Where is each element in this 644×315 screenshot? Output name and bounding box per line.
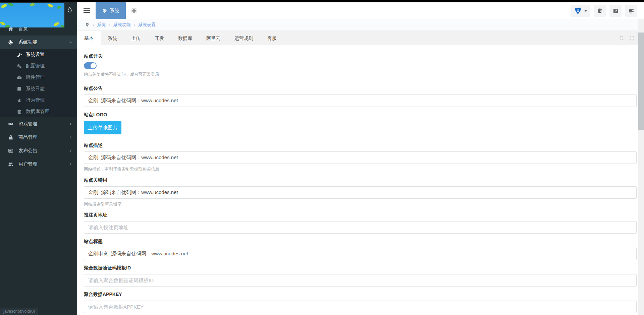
open-window-icon bbox=[613, 8, 619, 14]
location-pin-icon bbox=[85, 22, 90, 27]
tab-upload[interactable]: 上传 bbox=[124, 31, 148, 46]
site-keywords-input[interactable] bbox=[84, 186, 637, 199]
topbar-tab-system[interactable]: 系统 bbox=[96, 2, 126, 19]
sidebar-menu: 首页 系统功能 系统设置 配置管理 附件管理 系统日志 bbox=[0, 22, 77, 171]
submenu-item-system-logs[interactable]: 系统日志 bbox=[0, 83, 77, 94]
database-icon bbox=[17, 109, 22, 114]
breadcrumb-link-system-functions[interactable]: 系统功能 bbox=[113, 22, 131, 28]
submenu-item-label: 数据库管理 bbox=[26, 109, 49, 115]
submenu-item-config[interactable]: 配置管理 bbox=[0, 60, 77, 72]
tab-operation-rules[interactable]: 运营规则 bbox=[227, 31, 260, 46]
open-window-button[interactable] bbox=[609, 5, 622, 17]
tab-database[interactable]: 数据库 bbox=[171, 31, 199, 46]
tab-system[interactable]: 系统 bbox=[101, 31, 124, 46]
newspaper-icon bbox=[8, 148, 13, 153]
sidebar-item-label: 商品管理 bbox=[18, 134, 37, 140]
field-site-notice: 站点公告 bbox=[84, 85, 637, 107]
field-juhe-appkey: 聚合数据APPKEY bbox=[84, 292, 637, 313]
site-description-input[interactable] bbox=[84, 151, 637, 164]
sidebar-item-announcements[interactable]: 发布公告 bbox=[0, 144, 77, 158]
breadcrumb-separator: › bbox=[134, 22, 135, 27]
chevron-left-icon bbox=[68, 135, 73, 140]
topbar-tab-label: 系统 bbox=[110, 8, 119, 14]
bet-page-url-input[interactable] bbox=[84, 221, 637, 234]
user-menu-button[interactable]: U bbox=[571, 5, 590, 17]
breadcrumb-separator: › bbox=[93, 22, 94, 27]
trash-button[interactable] bbox=[594, 5, 606, 17]
site-notice-input[interactable] bbox=[84, 94, 637, 107]
shopping-bag-icon bbox=[8, 135, 13, 140]
tab-customer-service[interactable]: 客服 bbox=[260, 31, 284, 46]
field-label: 聚合数据验证码模板ID bbox=[84, 265, 637, 271]
field-site-switch: 站点开关 站点关闭后将不能访问，后台可正常登录 bbox=[84, 53, 637, 77]
submenu-item-label: 行为管理 bbox=[26, 97, 45, 103]
submenu-item-label: 系统日志 bbox=[26, 86, 45, 92]
field-label: 站点公告 bbox=[84, 85, 637, 91]
submenu-item-system-settings[interactable]: 系统设置 bbox=[0, 49, 77, 60]
upload-image-button[interactable]: 上传单张图片 bbox=[84, 121, 121, 134]
field-label: 站点关键词 bbox=[84, 177, 637, 183]
grid-icon[interactable] bbox=[131, 8, 137, 14]
submenu-item-attachments[interactable]: 附件管理 bbox=[0, 72, 77, 83]
field-bet-page-url: 投注页地址 bbox=[84, 212, 637, 234]
sidebar: 首页 系统功能 系统设置 配置管理 附件管理 系统日志 bbox=[0, 2, 77, 315]
juhe-template-id-input[interactable] bbox=[84, 274, 637, 287]
scrollbar-thumb[interactable] bbox=[638, 33, 644, 130]
site-logo-banner bbox=[0, 3, 64, 27]
submenu-item-behavior[interactable]: 行为管理 bbox=[0, 94, 77, 106]
chevron-down-icon bbox=[68, 40, 73, 45]
field-label: 投注页地址 bbox=[84, 212, 637, 218]
trash-icon bbox=[597, 8, 603, 14]
sidebar-item-games[interactable]: 游戏管理 bbox=[0, 117, 77, 131]
tab-develop[interactable]: 开发 bbox=[148, 31, 171, 46]
field-site-keywords: 站点关键词 网站搜索引擎关键字 bbox=[84, 177, 637, 207]
field-help: 网站搜索引擎关键字 bbox=[84, 201, 637, 207]
sidebar-item-users[interactable]: 用户管理 bbox=[0, 158, 77, 171]
breadcrumb-separator: › bbox=[109, 22, 110, 27]
nav-list-button[interactable] bbox=[625, 5, 637, 17]
field-help: 网站描述，有利于搜索引擎抓取相关信息 bbox=[84, 167, 637, 172]
book-icon bbox=[17, 86, 22, 91]
submenu-item-label: 系统设置 bbox=[26, 52, 45, 58]
field-juhe-template-id: 聚合数据验证码模板ID bbox=[84, 265, 637, 287]
chevron-left-icon bbox=[68, 162, 73, 167]
tab-basic[interactable]: 基本 bbox=[77, 31, 101, 46]
field-label: 聚合数据APPKEY bbox=[84, 292, 637, 298]
site-title-input[interactable] bbox=[84, 248, 637, 260]
tab-aliyun[interactable]: 阿里云 bbox=[199, 31, 227, 46]
cloud-upload-icon bbox=[17, 75, 22, 80]
hamburger-icon[interactable] bbox=[84, 7, 91, 14]
submenu-item-database[interactable]: 数据库管理 bbox=[0, 106, 77, 117]
fullscreen-icon[interactable] bbox=[629, 36, 635, 41]
toggle-knob bbox=[91, 63, 96, 68]
tab-tools bbox=[619, 36, 635, 41]
bug-icon bbox=[17, 98, 22, 103]
sidebar-item-products[interactable]: 商品管理 bbox=[0, 131, 77, 144]
sidebar-item-label: 游戏管理 bbox=[18, 121, 37, 127]
window-top-edge bbox=[0, 0, 644, 2]
breadcrumb-link-system[interactable]: 系统 bbox=[97, 22, 106, 28]
water-drop-icon[interactable] bbox=[67, 7, 73, 13]
sidebar-item-label: 发布公告 bbox=[18, 148, 37, 154]
caret-down-icon bbox=[584, 10, 587, 12]
nav-list-icon bbox=[629, 8, 634, 14]
sidebar-header bbox=[0, 2, 77, 22]
topbar-right-tools: U bbox=[571, 5, 637, 17]
gamepad-icon bbox=[8, 121, 13, 127]
topbar: 系统 U bbox=[77, 2, 644, 19]
svg-text:U: U bbox=[577, 8, 579, 12]
users-icon bbox=[8, 162, 13, 167]
refresh-icon[interactable] bbox=[619, 36, 624, 41]
site-switch-toggle[interactable] bbox=[84, 62, 97, 69]
field-label: 站点开关 bbox=[84, 53, 637, 59]
field-label: 站点LOGO bbox=[84, 112, 637, 118]
chevron-left-icon bbox=[68, 148, 73, 153]
sidebar-item-system-functions[interactable]: 系统功能 bbox=[0, 36, 77, 49]
juhe-appkey-input[interactable] bbox=[84, 301, 637, 313]
chevron-left-icon bbox=[68, 122, 73, 126]
submenu-item-label: 配置管理 bbox=[26, 63, 45, 69]
vertical-scrollbar[interactable] bbox=[638, 19, 644, 315]
breadcrumb-link-system-settings[interactable]: 系统设置 bbox=[138, 22, 156, 28]
wrench-icon bbox=[17, 52, 22, 57]
submenu-item-label: 附件管理 bbox=[26, 74, 45, 80]
